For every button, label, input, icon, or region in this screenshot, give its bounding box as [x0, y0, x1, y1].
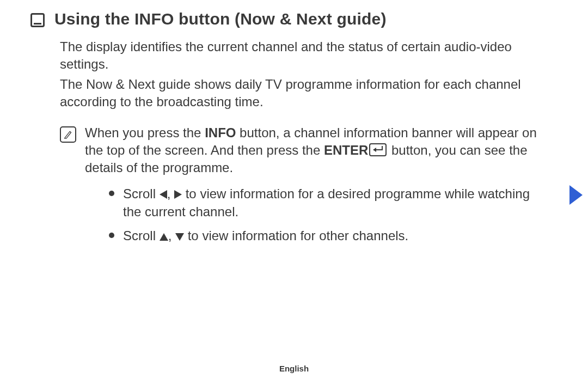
- bullet1-sep: ,: [167, 186, 174, 201]
- bullet1-post: to view information for a desired progra…: [123, 186, 530, 220]
- bullet1-pre: Scroll: [123, 186, 160, 201]
- intro-paragraph-2: The Now & Next guide shows daily TV prog…: [60, 76, 550, 111]
- right-arrow-icon: [174, 190, 182, 199]
- up-arrow-icon: [160, 233, 168, 241]
- enter-label: ENTER: [324, 143, 368, 157]
- intro-paragraph-1: The display identifies the current chann…: [60, 38, 550, 74]
- manual-page: Using the INFO button (Now & Next guide)…: [0, 0, 588, 384]
- enter-icon: [369, 143, 387, 156]
- note-bullets: Scroll , to view information for a desir…: [108, 185, 539, 245]
- footer-language: English: [0, 364, 588, 373]
- intro-text: The display identifies the current chann…: [60, 38, 550, 111]
- next-page-arrow[interactable]: [569, 185, 583, 205]
- bullet-scroll-ud: Scroll , to view information for other c…: [108, 227, 539, 245]
- info-label: INFO: [205, 125, 236, 140]
- bullet2-sep: ,: [168, 228, 175, 243]
- note-icon: [60, 126, 76, 143]
- down-arrow-icon: [175, 233, 184, 241]
- note-pre: When you press the: [85, 125, 205, 140]
- note-text: When you press the INFO button, a channe…: [85, 124, 539, 251]
- left-arrow-icon: [160, 190, 167, 199]
- bullet2-post: to view information for other channels.: [184, 228, 408, 243]
- bullet2-pre: Scroll: [123, 228, 160, 243]
- page-title: Using the INFO button (Now & Next guide): [54, 10, 387, 28]
- bullet-scroll-lr: Scroll , to view information for a desir…: [108, 185, 539, 221]
- note-block: When you press the INFO button, a channe…: [60, 124, 539, 251]
- section-title-row: Using the INFO button (Now & Next guide): [30, 10, 555, 28]
- section-bullet-icon: [30, 13, 45, 27]
